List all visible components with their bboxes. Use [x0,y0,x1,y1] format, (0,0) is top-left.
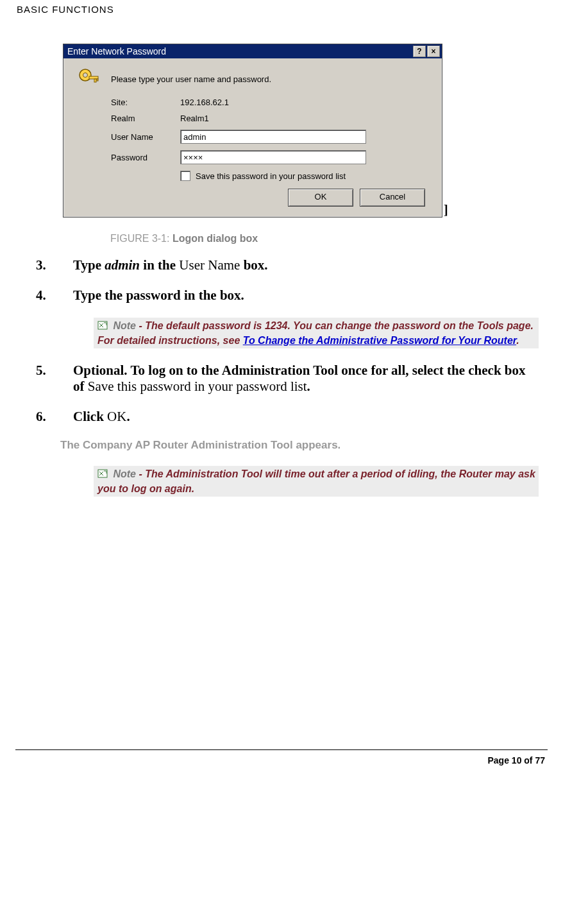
site-value: 192.168.62.1 [180,98,428,107]
save-password-label: Save this password in your password list [196,171,346,181]
login-dialog: Enter Network Password ? × [63,44,442,218]
dialog-body: Please type your user name and password.… [63,58,442,217]
password-label: Password [111,153,180,162]
password-input[interactable] [180,150,366,164]
result-text: The Company AP Router Administration Too… [60,439,548,452]
step-4: 4. Type the password in the box. [36,287,548,304]
page-number: Page 10 of 77 [0,750,563,773]
running-header: BASIC FUNCTIONS [15,0,548,15]
instruction-list: 3. Type admin in the User Name box. 4. T… [36,257,548,497]
svg-rect-4 [97,79,98,81]
change-password-link[interactable]: To Change the Administrative Password fo… [243,335,516,346]
stray-bracket: ] [444,203,448,218]
figure-caption: FIGURE 3-1: Logon dialog box [110,233,548,244]
note-icon [97,320,108,334]
note-default-password: Note - The default password is 1234. You… [94,318,539,348]
dialog-prompt: Please type your user name and password. [111,74,271,84]
realm-value: Realm1 [180,114,428,123]
svg-rect-3 [94,79,96,82]
document-page: BASIC FUNCTIONS Enter Network Password ?… [0,0,563,518]
dialog-titlebar: Enter Network Password ? × [63,44,442,58]
step-6: 6. Click OK. [36,409,548,425]
footer: Page 10 of 77 [0,749,563,773]
note-timeout: Note - The Administration Tool will time… [94,466,539,497]
step-3: 3. Type admin in the User Name box. [36,257,548,273]
key-icon [78,67,99,89]
close-button[interactable]: × [427,46,440,57]
help-button[interactable]: ? [413,46,426,57]
svg-rect-2 [89,76,98,79]
note-icon [97,468,108,482]
step-5: 5. Optional. To log on to the Administra… [36,363,548,395]
cancel-button[interactable]: Cancel [360,189,425,207]
username-input[interactable] [180,130,366,144]
ok-button[interactable]: OK [288,189,353,207]
figure: Enter Network Password ? × [63,44,548,244]
dialog-title: Enter Network Password [65,46,166,56]
svg-point-1 [83,73,88,78]
site-label: Site: [111,98,180,107]
realm-label: Realm [111,114,180,123]
username-label: User Name [111,132,180,142]
save-password-checkbox[interactable] [180,171,190,181]
